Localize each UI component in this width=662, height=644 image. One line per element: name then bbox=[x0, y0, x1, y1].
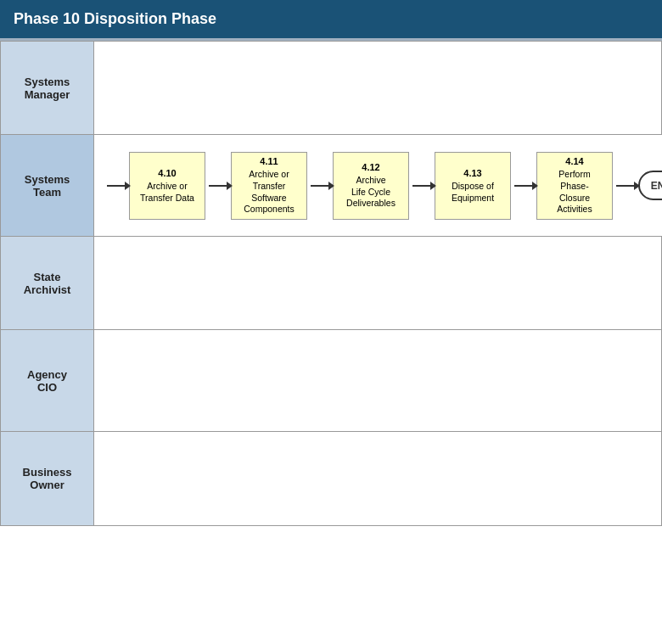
lane-content-business-owner bbox=[94, 432, 661, 525]
lane-label-systems-team: Systems Team bbox=[1, 135, 94, 236]
process-box-412[interactable]: 4.12 ArchiveLife CycleDeliverables bbox=[333, 152, 409, 220]
lane-label-agency-cio: Agency CIO bbox=[1, 330, 94, 431]
lane-label-business-owner: Business Owner bbox=[1, 432, 94, 525]
diagram-container: Systems Manager Systems Team 4.10 Archiv… bbox=[0, 41, 662, 526]
lane-content-systems-manager bbox=[94, 42, 661, 134]
swim-lane-systems-team: Systems Team 4.10 Archive orTransfer Dat… bbox=[1, 135, 661, 237]
box-412-number: 4.12 bbox=[362, 161, 379, 173]
lane-label-state-archivist: State Archivist bbox=[1, 237, 94, 329]
box-413-number: 4.13 bbox=[463, 167, 481, 179]
lane-label-systems-manager: Systems Manager bbox=[1, 42, 94, 134]
arrow-line-start bbox=[107, 185, 126, 187]
box-411-label: Archive orTransferSoftwareComponents bbox=[244, 169, 295, 216]
swim-lane-agency-cio: Agency CIO bbox=[1, 330, 661, 432]
process-box-413[interactable]: 4.13 Dispose ofEquipment bbox=[435, 152, 511, 220]
arrow-line-2 bbox=[311, 185, 329, 187]
lane-content-agency-cio bbox=[94, 330, 661, 431]
process-box-411[interactable]: 4.11 Archive orTransferSoftwareComponent… bbox=[231, 152, 307, 220]
box-414-label: PerformPhase-ClosureActivities bbox=[557, 169, 592, 216]
lane-content-systems-team: 4.10 Archive orTransfer Data 4.11 Archiv… bbox=[94, 135, 662, 236]
process-box-414[interactable]: 4.14 PerformPhase-ClosureActivities bbox=[536, 152, 613, 220]
end-shape: END bbox=[638, 171, 662, 200]
page-title: Phase 10 Disposition Phase bbox=[14, 10, 216, 27]
arrow-3 bbox=[412, 185, 431, 187]
swim-lane-systems-manager: Systems Manager bbox=[1, 42, 661, 135]
arrow-line-4 bbox=[514, 185, 533, 187]
box-414-number: 4.14 bbox=[565, 155, 583, 167]
arrow-2 bbox=[311, 185, 329, 187]
lane-content-state-archivist bbox=[94, 237, 661, 329]
swim-lane-state-archivist: State Archivist bbox=[1, 237, 661, 330]
process-box-410[interactable]: 4.10 Archive orTransfer Data bbox=[129, 152, 205, 220]
swim-lane-business-owner: Business Owner bbox=[1, 432, 661, 525]
end-label: END bbox=[651, 180, 662, 192]
box-412-label: ArchiveLife CycleDeliverables bbox=[346, 175, 396, 210]
box-410-label: Archive orTransfer Data bbox=[140, 181, 194, 204]
start-arrow bbox=[107, 185, 126, 187]
box-410-number: 4.10 bbox=[158, 167, 176, 179]
arrow-line-1 bbox=[209, 185, 227, 187]
arrow-line-3 bbox=[412, 185, 431, 187]
box-413-label: Dispose ofEquipment bbox=[452, 181, 494, 204]
page-title-bar: Phase 10 Disposition Phase bbox=[0, 0, 662, 41]
arrow-4 bbox=[514, 185, 533, 187]
arrow-line-5 bbox=[616, 185, 635, 187]
box-411-number: 4.11 bbox=[260, 155, 278, 167]
arrow-5 bbox=[616, 185, 635, 187]
flow-container: 4.10 Archive orTransfer Data 4.11 Archiv… bbox=[107, 152, 662, 220]
arrow-1 bbox=[209, 185, 227, 187]
